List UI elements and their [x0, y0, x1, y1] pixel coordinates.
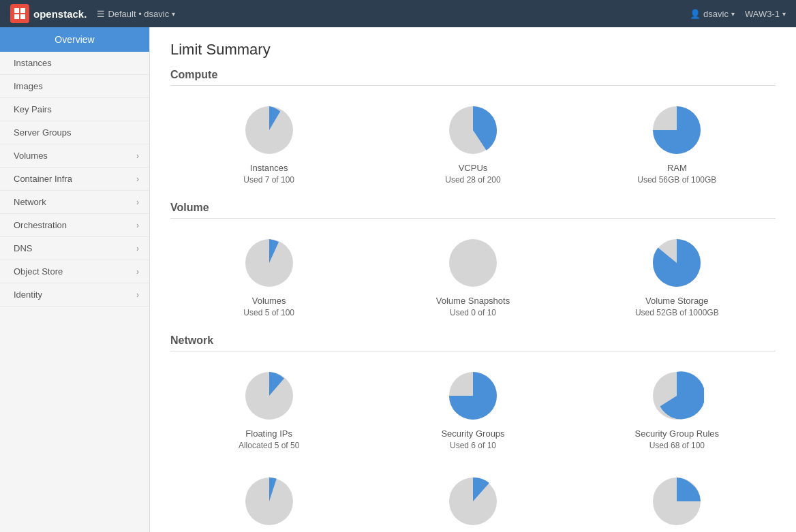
- project-caret: ▾: [172, 10, 175, 18]
- chevron-right-icon: ›: [136, 174, 139, 184]
- pie-security-group-rules: [649, 369, 704, 423]
- user-caret: ▾: [731, 10, 735, 18]
- metric-instances: Instances Used 7 of 100: [170, 93, 367, 191]
- metric-security-group-rules: Security Group Rules Used 68 of 100: [579, 358, 776, 457]
- region-label: WAW3-1: [745, 9, 780, 19]
- sidebar-item-label: Instances: [14, 58, 52, 68]
- metric-label-security-groups: Security Groups: [441, 428, 504, 439]
- main-container: Overview Instances Images Key Pairs Serv…: [0, 27, 796, 532]
- svg-rect-3: [20, 14, 25, 19]
- svg-rect-2: [14, 14, 19, 19]
- metric-value-vcpus: Used 28 of 200: [445, 175, 500, 185]
- sidebar-item-label: Network: [14, 197, 46, 207]
- navbar-right: 👤 dsavic ▾ WAW3-1 ▾: [690, 9, 786, 19]
- project-icon: ☰: [97, 9, 105, 19]
- project-label: Default • dsavic: [108, 9, 169, 19]
- network-grid: Floating IPs Allocated 5 of 50 Security …: [170, 358, 776, 532]
- svg-rect-0: [14, 8, 19, 13]
- metric-label-instances: Instances: [250, 163, 288, 173]
- svg-point-8: [449, 239, 497, 287]
- section-compute: Compute: [170, 69, 776, 86]
- metric-value-security-groups: Used 6 of 10: [450, 441, 496, 450]
- pie-ports: [446, 474, 500, 529]
- metric-ports: Ports Used 21 of 500: [374, 464, 571, 532]
- navbar-user[interactable]: 👤 dsavic ▾: [690, 9, 735, 19]
- sidebar-item-label: DNS: [14, 243, 32, 253]
- metric-value-volume-snapshots: Used 0 of 10: [450, 308, 496, 317]
- metric-label-volumes: Volumes: [252, 296, 286, 306]
- pie-security-groups: [446, 369, 500, 423]
- sidebar-item-identity[interactable]: Identity ›: [0, 283, 149, 307]
- metric-value-instances: Used 7 of 100: [243, 175, 294, 185]
- metric-floating-ips: Floating IPs Allocated 5 of 50: [170, 358, 367, 457]
- metric-label-vcpus: VCPUs: [459, 163, 488, 173]
- sidebar-item-label: Server Groups: [14, 127, 72, 138]
- chevron-right-icon: ›: [136, 290, 139, 300]
- sidebar-overview[interactable]: Overview: [0, 27, 149, 52]
- pie-volume-storage: [649, 236, 704, 290]
- chevron-right-icon: ›: [136, 267, 139, 277]
- sidebar-item-images[interactable]: Images: [0, 75, 149, 98]
- metric-volume-storage: Volume Storage Used 52GB of 1000GB: [579, 225, 776, 324]
- logo-text: openstack.: [33, 8, 87, 20]
- region-caret: ▾: [782, 10, 786, 18]
- metric-networks: Networks Used 3 of 100: [170, 464, 367, 532]
- pie-volumes: [242, 236, 296, 290]
- navbar-left: openstack. ☰ Default • dsavic ▾: [10, 4, 175, 23]
- sidebar-item-label: Orchestration: [14, 220, 67, 230]
- chevron-right-icon: ›: [136, 198, 139, 207]
- metric-label-security-group-rules: Security Group Rules: [635, 428, 720, 439]
- pie-networks: [242, 474, 296, 529]
- section-volume: Volume: [170, 202, 776, 219]
- sidebar-item-label: Images: [14, 81, 43, 91]
- user-icon: 👤: [690, 9, 701, 19]
- navbar-region[interactable]: WAW3-1 ▾: [745, 9, 786, 19]
- sidebar-item-volumes[interactable]: Volumes ›: [0, 144, 149, 168]
- sidebar-item-objectstore[interactable]: Object Store ›: [0, 260, 149, 283]
- metric-ram: RAM Used 56GB of 100GB: [579, 93, 776, 191]
- sidebar-item-orchestration[interactable]: Orchestration ›: [0, 214, 149, 237]
- metric-label-volume-storage: Volume Storage: [645, 296, 709, 306]
- pie-floating-ips: [242, 369, 296, 423]
- compute-grid: Instances Used 7 of 100 VCPUs Used 28 of…: [170, 93, 776, 191]
- pie-volume-snapshots: [446, 236, 500, 290]
- sidebar-item-label: Key Pairs: [14, 104, 52, 114]
- sidebar-item-servergroups[interactable]: Server Groups: [0, 121, 149, 144]
- section-network: Network: [170, 334, 776, 351]
- metric-volume-snapshots: Volume Snapshots Used 0 of 10: [374, 225, 571, 324]
- metric-vcpus: VCPUs Used 28 of 200: [374, 93, 571, 191]
- metric-security-groups: Security Groups Used 6 of 10: [374, 358, 571, 457]
- volume-grid: Volumes Used 5 of 100 Volume Snapshots U…: [170, 225, 776, 324]
- metric-value-volume-storage: Used 52GB of 1000GB: [635, 308, 719, 317]
- sidebar-item-label: Volumes: [14, 151, 48, 161]
- pie-ram: [649, 103, 704, 157]
- metric-volumes: Volumes Used 5 of 100: [170, 225, 367, 324]
- navbar-project[interactable]: ☰ Default • dsavic ▾: [97, 9, 175, 19]
- metric-label-volume-snapshots: Volume Snapshots: [436, 296, 510, 306]
- page-title: Limit Summary: [170, 41, 776, 59]
- sidebar-item-dns[interactable]: DNS ›: [0, 237, 149, 260]
- sidebar-item-container-infra[interactable]: Container Infra ›: [0, 168, 149, 191]
- metric-value-floating-ips: Allocated 5 of 50: [239, 441, 299, 450]
- pie-vcpus: [446, 103, 500, 157]
- sidebar-item-network[interactable]: Network ›: [0, 191, 149, 214]
- metric-routers: Routers Used 2 of 10: [579, 464, 776, 532]
- chevron-right-icon: ›: [136, 151, 139, 161]
- metric-label-floating-ips: Floating IPs: [245, 428, 292, 439]
- metric-value-volumes: Used 5 of 100: [243, 308, 294, 317]
- pie-routers: [649, 474, 704, 529]
- sidebar: Overview Instances Images Key Pairs Serv…: [0, 27, 150, 532]
- navbar: openstack. ☰ Default • dsavic ▾ 👤 dsavic…: [0, 0, 796, 27]
- metric-label-ram: RAM: [667, 163, 687, 173]
- user-label: dsavic: [703, 9, 729, 19]
- metric-value-ram: Used 56GB of 100GB: [637, 175, 716, 185]
- chevron-right-icon: ›: [136, 221, 139, 230]
- sidebar-item-label: Identity: [14, 290, 42, 300]
- openstack-logo: openstack.: [10, 4, 87, 23]
- svg-rect-1: [20, 8, 25, 13]
- logo-icon: [10, 4, 29, 23]
- sidebar-item-instances[interactable]: Instances: [0, 52, 149, 75]
- sidebar-item-keypairs[interactable]: Key Pairs: [0, 98, 149, 121]
- content-area: Limit Summary Compute Instances Used 7 o…: [150, 27, 796, 532]
- chevron-right-icon: ›: [136, 244, 139, 253]
